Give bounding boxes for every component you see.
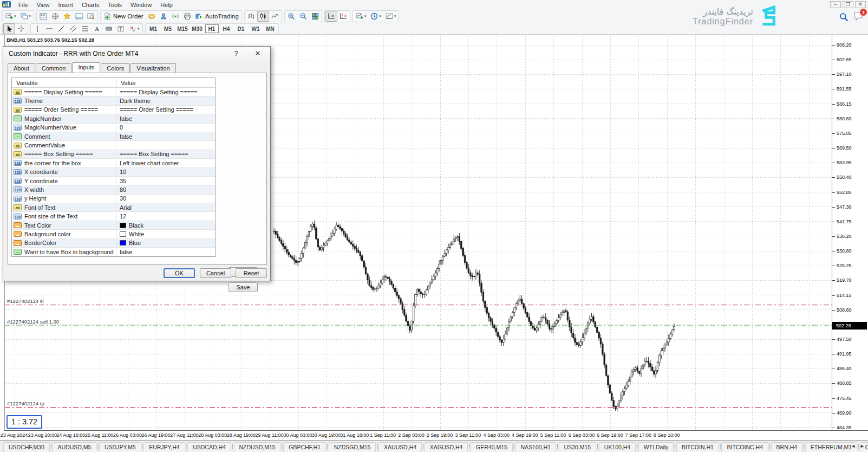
dialog-tab-colors[interactable]: Colors xyxy=(101,63,130,73)
parameter-value[interactable]: ===== Box Setting ===== xyxy=(120,150,188,158)
parameter-value[interactable]: false xyxy=(120,114,132,122)
chart-shift-button[interactable] xyxy=(337,11,349,22)
symbol-tab-uk100[interactable]: UK100,H4 xyxy=(599,442,636,452)
dialog-tab-visualization[interactable]: Visualization xyxy=(130,63,176,73)
bar-chart-button[interactable] xyxy=(245,11,257,22)
parameter-row[interactable]: ab===== Box Setting ========== Box Setti… xyxy=(12,150,215,159)
zoom-in-button[interactable] xyxy=(285,11,297,22)
timeframe-m1[interactable]: M1 xyxy=(147,24,160,33)
tab-scroll-right-icon[interactable]: ► xyxy=(860,443,865,449)
symbol-tab-wti[interactable]: WTI,Daily xyxy=(638,442,674,452)
dialog-tab-about[interactable]: About xyxy=(8,63,35,73)
timeframe-w1[interactable]: W1 xyxy=(249,24,263,33)
search-icon[interactable] xyxy=(839,12,849,22)
menu-window[interactable]: Window xyxy=(126,1,156,9)
symbol-tab-usdcad[interactable]: USDCAD,H4 xyxy=(187,442,231,452)
parameter-value[interactable]: false xyxy=(120,132,132,140)
parameter-row[interactable]: 123MagicNumberValue0 xyxy=(12,124,215,132)
symbol-tab-nzdsgd[interactable]: NZDSGD,M15 xyxy=(329,442,376,452)
parameter-row[interactable]: ab===== Display Setting ========== Displ… xyxy=(12,88,215,96)
ok-button[interactable]: OK xyxy=(164,268,195,278)
menu-tools[interactable]: Tools xyxy=(103,1,126,9)
symbol-tab-eurjpy[interactable]: EURJPY,H4 xyxy=(143,442,185,452)
print-button[interactable] xyxy=(181,11,193,22)
profiles-dropdown-icon[interactable]: ▾ xyxy=(29,14,31,18)
parameter-value[interactable]: Blue xyxy=(129,239,141,247)
timeframe-m5[interactable]: M5 xyxy=(161,24,175,33)
parameter-row[interactable]: 123y Height30 xyxy=(12,195,215,203)
dialog-tab-common[interactable]: Common xyxy=(36,63,72,73)
symbol-tab-gbpchf[interactable]: GBPCHF,H1 xyxy=(283,442,326,452)
price-axis[interactable]: 608.20602.65597.10591.55586.15580.60575.… xyxy=(832,35,868,430)
parameter-value[interactable]: Left lower chart corner xyxy=(120,159,179,167)
arrows-button[interactable]: ▾ xyxy=(127,23,142,34)
parameter-value[interactable]: Arial xyxy=(120,203,132,211)
data-window-button[interactable] xyxy=(49,11,61,22)
parameter-row[interactable]: ~Commentfalse xyxy=(12,132,215,141)
fibonacci-button[interactable]: f xyxy=(79,23,91,34)
date-axis[interactable]: 23 Aug 202423 Aug 20:0024 Aug 18:0025 Au… xyxy=(0,431,832,440)
autotrading-button[interactable]: AutoTrading xyxy=(193,11,241,22)
signals-button[interactable] xyxy=(169,11,181,22)
restore-button[interactable]: ❐ xyxy=(843,1,853,8)
parameter-value[interactable]: Black xyxy=(129,221,143,229)
cancel-button[interactable]: Cancel xyxy=(200,268,231,278)
parameter-value[interactable]: White xyxy=(129,230,144,238)
profiles-button[interactable]: ▾ xyxy=(18,11,34,22)
parameter-row[interactable]: ▬Background colorWhite xyxy=(12,230,215,238)
templates-button[interactable]: ▾ xyxy=(383,11,399,22)
parameter-row[interactable]: abFont of TextArial xyxy=(12,203,215,212)
symbol-tab-xauusd[interactable]: XAUUSD,H4 xyxy=(378,442,422,452)
parameter-row[interactable]: ▬BorderColorBlue xyxy=(12,239,215,248)
symbol-tab-ger40[interactable]: GER40,M15 xyxy=(471,442,513,452)
symbol-tab-xagusd[interactable]: XAGUSD,H4 xyxy=(425,442,468,452)
parameter-value[interactable]: 35 xyxy=(120,177,126,185)
experts-button[interactable] xyxy=(158,11,169,22)
parameter-value[interactable]: false xyxy=(120,248,132,256)
parameter-row[interactable]: 123the corner for the boxLeft lower char… xyxy=(12,159,215,167)
dialog-help-button[interactable]: ? xyxy=(229,49,243,59)
line-chart-button[interactable] xyxy=(269,11,281,22)
symbol-tab-bitcoinc[interactable]: BITCOINC,H4 xyxy=(721,442,768,452)
menu-help[interactable]: Help xyxy=(156,1,177,9)
symbol-tab-audusd[interactable]: AUDUSD,M5 xyxy=(53,442,97,452)
arrows-dropdown-icon[interactable]: ▾ xyxy=(138,27,140,31)
text-button[interactable]: A xyxy=(91,23,103,34)
trendline-button[interactable] xyxy=(55,23,67,34)
symbol-tab-us30[interactable]: US30,M15 xyxy=(559,442,597,452)
parameter-value[interactable]: ===== Order Setting ===== xyxy=(120,106,193,114)
horizontal-line-button[interactable] xyxy=(43,23,55,34)
zoom-out-button[interactable] xyxy=(297,11,309,22)
new-chart-button[interactable]: ▾ xyxy=(3,11,18,22)
parameter-row[interactable]: ab===== Order Setting ========== Order S… xyxy=(12,106,215,114)
symbol-tab-nas100[interactable]: NAS100,H1 xyxy=(515,442,556,452)
periods-button[interactable]: ▾ xyxy=(368,11,383,22)
menu-view[interactable]: View xyxy=(32,1,54,9)
timeframe-d1[interactable]: D1 xyxy=(234,24,248,33)
new-order-button[interactable]: New Order xyxy=(101,11,146,22)
strategy-tester-button[interactable] xyxy=(85,11,97,22)
parameter-row[interactable]: 123X width80 xyxy=(12,185,215,194)
text-frame-button[interactable] xyxy=(115,23,127,34)
tab-scroll-left-icon[interactable]: ◄ xyxy=(851,443,856,449)
symbol-tab-bitcoin[interactable]: BITCOIN,H1 xyxy=(676,442,719,452)
timeframe-m30[interactable]: M30 xyxy=(191,24,204,33)
periods-dropdown-icon[interactable]: ▾ xyxy=(379,14,381,18)
parameter-row[interactable]: 123Font size of the Text12 xyxy=(12,212,215,221)
parameter-value[interactable]: 0 xyxy=(120,124,123,132)
timeframe-h4[interactable]: H4 xyxy=(220,24,233,33)
parameter-row[interactable]: ▬Text ColorBlack xyxy=(12,221,215,230)
navigator-button[interactable] xyxy=(61,11,73,22)
crosshair-button[interactable] xyxy=(15,23,27,34)
save-button[interactable]: Save xyxy=(229,282,258,292)
parameter-value[interactable]: 10 xyxy=(120,168,126,176)
vertical-line-button[interactable] xyxy=(31,23,43,34)
candle-chart-button[interactable] xyxy=(257,11,269,22)
parameter-row[interactable]: 123ThemeDark theme xyxy=(12,96,215,105)
timeframe-mn[interactable]: MN xyxy=(264,24,277,33)
dialog-close-button[interactable]: ✕ xyxy=(251,49,265,59)
close-button[interactable]: ✕ xyxy=(855,1,866,8)
equidistant-channel-button[interactable] xyxy=(67,23,79,34)
menu-file[interactable]: File xyxy=(14,1,32,9)
dialog-tab-inputs[interactable]: Inputs xyxy=(72,62,100,73)
